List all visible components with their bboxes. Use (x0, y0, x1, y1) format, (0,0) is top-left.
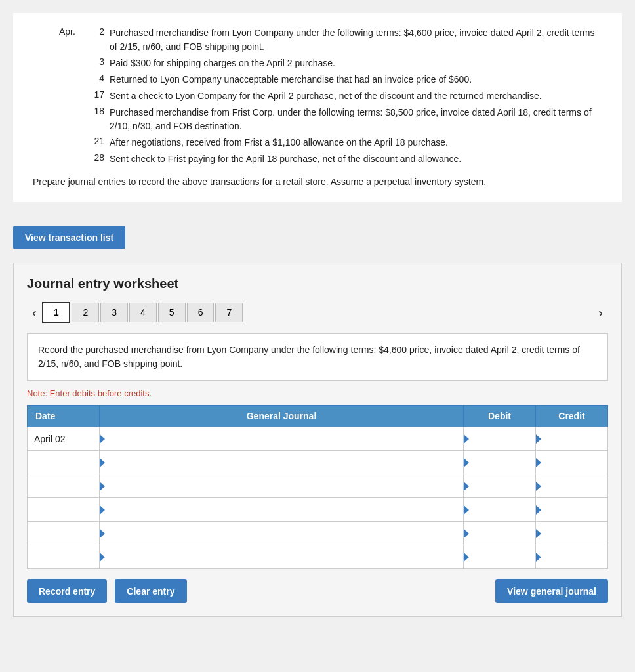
transaction-item: Apr.2Purchased merchandise from Lyon Com… (59, 26, 602, 54)
general-journal-input-3[interactable] (100, 498, 463, 521)
item-text: Returned to Lyon Company unacceptable me… (110, 73, 472, 87)
table-row (28, 522, 608, 545)
transaction-item: 21After negotiations, received from Fris… (59, 136, 602, 150)
view-general-journal-button[interactable]: View general journal (495, 579, 608, 603)
item-number: 21 (85, 136, 104, 150)
tab-next-button[interactable]: › (593, 303, 608, 323)
debit-input-0[interactable] (464, 427, 535, 450)
general-journal-cell-0[interactable] (100, 427, 464, 451)
credit-cell-3[interactable] (536, 498, 608, 522)
cell-indicator-gj-5 (100, 553, 105, 562)
credit-input-1[interactable] (536, 451, 607, 474)
worksheet-title: Journal entry worksheet (27, 276, 608, 291)
view-transaction-button[interactable]: View transaction list (13, 226, 125, 249)
table-row: April 02 (28, 427, 608, 451)
cell-indicator-gj-1 (100, 458, 105, 467)
tab-1[interactable]: 1 (42, 302, 71, 323)
tab-navigation: ‹ 1234567 › (27, 302, 608, 323)
item-number: 2 (85, 26, 104, 54)
credit-input-3[interactable] (536, 498, 607, 521)
credit-cell-5[interactable] (536, 545, 608, 569)
cell-indicator-cr-1 (536, 458, 541, 467)
transaction-item: 28Sent check to Frist paying for the Apr… (59, 152, 602, 166)
tab-7[interactable]: 7 (215, 303, 243, 322)
credit-cell-0[interactable] (536, 427, 608, 451)
problem-section: Apr.2Purchased merchandise from Lyon Com… (13, 13, 622, 202)
tab-list: 1234567 (42, 302, 245, 323)
tab-3[interactable]: 3 (100, 303, 128, 322)
general-journal-cell-1[interactable] (100, 451, 464, 474)
general-journal-cell-3[interactable] (100, 498, 464, 522)
date-cell-0: April 02 (28, 427, 100, 451)
general-journal-cell-4[interactable] (100, 522, 464, 545)
col-header-date: Date (28, 406, 100, 427)
item-number: 18 (85, 106, 104, 133)
transaction-item: 18Purchased merchandise from Frist Corp.… (59, 106, 602, 133)
debit-input-1[interactable] (464, 451, 535, 474)
general-journal-input-5[interactable] (100, 545, 463, 568)
item-month-spacer (59, 56, 82, 70)
tab-6[interactable]: 6 (187, 303, 215, 322)
date-cell-4 (28, 522, 100, 545)
general-journal-input-2[interactable] (100, 474, 463, 497)
credit-cell-2[interactable] (536, 474, 608, 498)
clear-entry-button[interactable]: Clear entry (115, 579, 186, 603)
debit-input-4[interactable] (464, 522, 535, 545)
debit-input-5[interactable] (464, 545, 535, 568)
general-journal-cell-5[interactable] (100, 545, 464, 569)
general-journal-input-1[interactable] (100, 451, 463, 474)
debit-cell-5[interactable] (464, 545, 536, 569)
cell-indicator-gj-0 (100, 434, 105, 444)
credit-input-0[interactable] (536, 427, 607, 450)
date-cell-1 (28, 451, 100, 474)
item-number: 28 (85, 152, 104, 166)
credit-input-2[interactable] (536, 474, 607, 497)
credit-input-4[interactable] (536, 522, 607, 545)
item-month-spacer (59, 152, 82, 166)
transaction-item: 4Returned to Lyon Company unacceptable m… (59, 73, 602, 87)
general-journal-input-4[interactable] (100, 522, 463, 545)
credit-input-5[interactable] (536, 545, 607, 568)
credit-cell-4[interactable] (536, 522, 608, 545)
col-header-debit: Debit (464, 406, 536, 427)
item-number: 17 (85, 89, 104, 103)
tab-2[interactable]: 2 (72, 303, 99, 322)
journal-table-body: April 02 (28, 427, 608, 569)
transaction-item: 3Paid $300 for shipping charges on the A… (59, 56, 602, 70)
general-journal-input-0[interactable] (100, 427, 463, 450)
item-number: 4 (85, 73, 104, 87)
transaction-list: Apr.2Purchased merchandise from Lyon Com… (59, 26, 602, 166)
debit-cell-2[interactable] (464, 474, 536, 498)
record-entry-button[interactable]: Record entry (27, 579, 107, 603)
debit-cell-3[interactable] (464, 498, 536, 522)
debit-input-3[interactable] (464, 498, 535, 521)
cell-indicator-dr-3 (464, 505, 469, 514)
cell-indicator-cr-0 (536, 434, 541, 444)
debit-cell-4[interactable] (464, 522, 536, 545)
table-row (28, 545, 608, 569)
general-journal-cell-2[interactable] (100, 474, 464, 498)
col-header-general-journal: General Journal (100, 406, 464, 427)
tab-prev-button[interactable]: ‹ (27, 303, 42, 323)
journal-table: Date General Journal Debit Credit April … (27, 405, 608, 569)
item-text: Sent check to Frist paying for the April… (110, 152, 461, 166)
item-month-spacer (59, 136, 82, 150)
transaction-item: 17Sent a check to Lyon Company for the A… (59, 89, 602, 103)
debit-cell-0[interactable] (464, 427, 536, 451)
debit-input-2[interactable] (464, 474, 535, 497)
tab-5[interactable]: 5 (158, 303, 186, 322)
cell-indicator-dr-1 (464, 458, 469, 467)
table-row (28, 474, 608, 498)
table-row (28, 498, 608, 522)
cell-indicator-dr-5 (464, 553, 469, 562)
item-text: Purchased merchandise from Lyon Company … (110, 26, 602, 54)
item-text: Paid $300 for shipping charges on the Ap… (110, 56, 335, 70)
debit-cell-1[interactable] (464, 451, 536, 474)
col-header-credit: Credit (536, 406, 608, 427)
tab-4[interactable]: 4 (129, 303, 157, 322)
cell-indicator-dr-4 (464, 529, 469, 538)
cell-indicator-cr-5 (536, 553, 541, 562)
cell-indicator-dr-0 (464, 434, 469, 444)
cell-indicator-cr-3 (536, 505, 541, 514)
credit-cell-1[interactable] (536, 451, 608, 474)
